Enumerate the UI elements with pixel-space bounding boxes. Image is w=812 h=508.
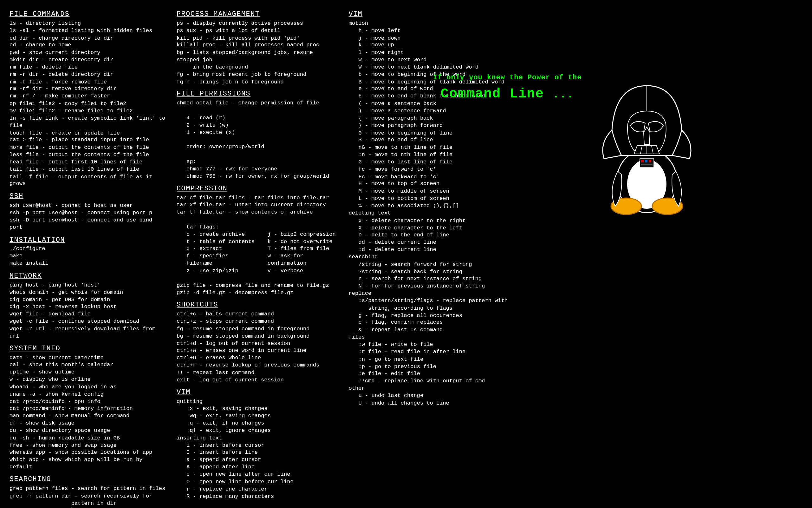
cheat-line xyxy=(177,136,339,143)
cheat-line: cat /proc/cpuinfo - cpu info xyxy=(9,398,167,405)
cheat-line: replace xyxy=(349,290,526,297)
cheat-line: ls -al - formatted listing with hidden f… xyxy=(9,27,167,34)
cheat-line: :n - move to nth line of file xyxy=(349,151,526,159)
cheat-line: a - append after cursor xyxy=(177,456,339,464)
cheat-line: make xyxy=(9,253,167,260)
cheat-line: w - ask for confirmation xyxy=(268,253,339,267)
cheat-line: L - move to bottom of screen xyxy=(349,195,526,203)
cheat-line: :r file - read file in after line xyxy=(349,348,526,356)
cheat-line: tar flags: xyxy=(177,223,339,231)
cheat-line: x - delete character to the right xyxy=(349,217,526,224)
cheat-line: G - move to last line of file xyxy=(349,159,526,166)
cheat-line: :w file - write to file xyxy=(349,341,526,348)
cheat-line: U - undo all changes to line xyxy=(349,399,526,407)
cheat-line: v - verbose xyxy=(268,267,339,274)
cheat-line: tar cf file.tar files - tar files into f… xyxy=(177,194,339,202)
cheat-line: cat /proc/meminfo - memory information xyxy=(9,405,167,413)
tagline: If only you knew the Power of the Comman… xyxy=(412,73,603,103)
cheat-line: & - repeat last :s command xyxy=(349,327,526,334)
section-heading: PROCESS MANAGEMENT xyxy=(177,9,339,19)
section-heading: VIM xyxy=(177,387,339,397)
cheat-line: u - undo last change xyxy=(349,392,526,399)
cheat-line: !! - repeat last command xyxy=(177,369,339,376)
cheat-line: { - move paragraph back xyxy=(349,115,526,122)
cheat-line: du -sh - human readable size in GB xyxy=(9,434,167,442)
column-1: FILE COMMANDSls - directory listingls -a… xyxy=(9,9,167,508)
cheat-line: O - open new line before cur line xyxy=(177,478,339,485)
column-2: PROCESS MANAGEMENTps - display currently… xyxy=(177,9,339,508)
cheat-line: n - search for next instance of string xyxy=(349,276,526,283)
cheat-line: w - move to next word xyxy=(349,56,526,64)
cheat-line: X - delete character to the left xyxy=(349,224,526,231)
cheat-line: k - do not overwrite xyxy=(268,238,339,245)
cheat-line: Fc - move backward to 'c' xyxy=(349,173,526,180)
cheat-line: A - append after line xyxy=(177,464,339,471)
cheat-line: cp file1 file2 - copy file1 to file2 xyxy=(9,100,167,107)
cheat-line: bg - lists stopped/background jobs, resu… xyxy=(177,49,339,64)
cheat-line: c - flag, confirm replaces xyxy=(349,319,526,327)
cheat-line: kill pid - kill process with pid 'pid' xyxy=(177,34,339,42)
cheat-line: W - move to next blank delimited word xyxy=(349,64,526,71)
cheat-line: grep pattern files - search for pattern … xyxy=(9,485,167,493)
cheat-line: l - move right xyxy=(349,49,526,56)
cheat-line: ssh -D port user@host - connect and use … xyxy=(9,216,167,231)
cheat-line: i - insert before cursor xyxy=(177,442,339,449)
cheat-line: nG - move to nth line of file xyxy=(349,144,526,151)
section-heading: SSH xyxy=(9,192,167,201)
cheat-line: pwd - show current directory xyxy=(9,49,167,56)
cheat-line: cd dir - change directory to dir xyxy=(9,34,167,42)
cheat-line: files xyxy=(349,334,526,341)
cheat-line: killall proc - kill all processes named … xyxy=(177,42,339,49)
cheat-line: w - display who is online xyxy=(9,376,167,383)
cheat-line: mv file1 file2 - rename file1 to file2 xyxy=(9,107,167,115)
cheat-line: :e file - edit file xyxy=(349,370,526,378)
cheat-line: make install xyxy=(9,260,167,267)
section-heading: FILE COMMANDS xyxy=(9,9,167,19)
cheat-line xyxy=(177,274,339,282)
cheat-line: M - move to middle of screen xyxy=(349,188,526,195)
cheat-line: g - flag, replace all occurences xyxy=(349,312,526,319)
cheat-line xyxy=(177,216,339,223)
cheat-line: ping host - ping host 'host' xyxy=(9,282,167,289)
section-heading: SHORTCUTS xyxy=(177,300,339,310)
cheat-line: du - show directory space usage xyxy=(9,427,167,434)
cheat-line: t - table of contents xyxy=(186,238,258,245)
cheat-line: ps aux - ps with a lot of detail xyxy=(177,27,339,34)
section-heading: SEARCHING xyxy=(9,475,167,484)
cheat-line: other xyxy=(349,385,526,392)
section-heading: COMPRESSION xyxy=(177,184,339,193)
cheat-line: T - files from file xyxy=(268,245,339,253)
section-heading: NETWORK xyxy=(9,271,167,281)
cheat-line: wget -c file - continue stopped download xyxy=(9,318,167,325)
cheat-line: x - extract xyxy=(186,245,258,253)
cheat-line: fg - resume stopped command in foregroun… xyxy=(177,325,339,333)
cheat-line: free - show memory and swap usage xyxy=(9,442,167,449)
svg-rect-10 xyxy=(649,160,651,163)
cheat-line: in the background xyxy=(177,64,339,71)
cheat-line: :d - delete current line xyxy=(349,246,526,254)
cheat-line: :q! - exit, ignore changes xyxy=(177,427,339,434)
cheat-line: 1 - execute (x) xyxy=(177,129,339,136)
cheat-line: cd - change to home xyxy=(9,42,167,49)
vader-tux-mascot xyxy=(593,76,701,216)
cheat-line: man command - show manual for command xyxy=(9,413,167,420)
cheat-line: ) - move a sentence forward xyxy=(349,107,526,115)
cheat-line: R - replace many characters xyxy=(177,493,339,500)
cheat-line: gzip file - compress file and rename to … xyxy=(177,282,339,289)
cheat-line: chmod 755 - rw for owner, rx for group/w… xyxy=(177,173,339,180)
tagline-line1: If only you knew the Power of the xyxy=(412,73,603,83)
cheat-line: bg - resume stopped command in backgroun… xyxy=(177,333,339,340)
cheat-line: :wq - exit, saving changes xyxy=(177,413,339,420)
section-heading: FILE PERMISSIONS xyxy=(177,89,339,99)
cheat-line: uname -a - show kernel config xyxy=(9,391,167,398)
cheat-line: df - show disk usage xyxy=(9,420,167,427)
cheat-line xyxy=(177,107,339,114)
cheat-line: exit - log out of current session xyxy=(177,376,339,384)
cheat-line: fg - bring most recent job to foreground xyxy=(177,71,339,78)
cheat-line: 0 - move to beginning of line xyxy=(349,129,526,136)
cheat-line: ctrl+d - log out of current session xyxy=(177,340,339,347)
cheat-line: c - create archive xyxy=(186,231,258,238)
cheat-line: !!cmd - replace line with output of cmd xyxy=(349,378,526,385)
cheat-line: k - move up xyxy=(349,42,526,49)
cheat-line: ctrl+r - reverse lookup of previous comm… xyxy=(177,362,339,369)
